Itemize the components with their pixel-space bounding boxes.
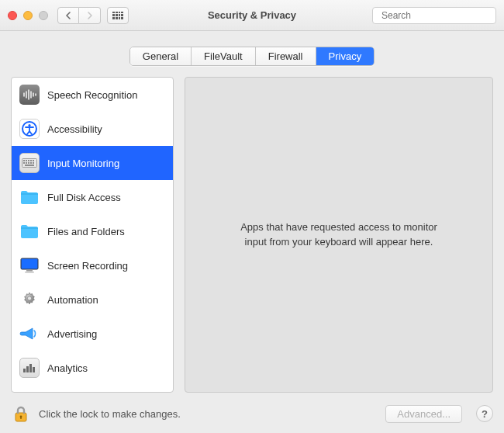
folder-icon [19, 187, 40, 207]
sidebar-item-label: Files and Folders [47, 226, 125, 237]
sidebar-item-label: Input Monitoring [47, 158, 119, 169]
svg-point-9 [28, 124, 30, 126]
sidebar-item-accessibility[interactable]: Accessibility [12, 112, 173, 146]
sidebar-item-files-and-folders[interactable]: Files and Folders [12, 214, 173, 248]
svg-rect-24 [25, 272, 34, 273]
footer: Click the lock to make changes. Advanced… [11, 404, 493, 424]
lock-icon[interactable] [11, 404, 31, 424]
sidebar-item-analytics[interactable]: Analytics [12, 351, 173, 385]
sidebar-item-automation[interactable]: Automation [12, 282, 173, 317]
sidebar-item-label: Screen Recording [47, 260, 128, 272]
folder-icon [19, 221, 40, 241]
titlebar: Security & Privacy [0, 0, 504, 31]
advanced-button[interactable]: Advanced... [385, 405, 462, 423]
svg-rect-21 [25, 165, 34, 166]
svg-rect-18 [28, 162, 29, 164]
svg-rect-32 [20, 417, 21, 419]
svg-rect-19 [30, 162, 32, 164]
tab-firewall[interactable]: Firewall [256, 47, 316, 65]
svg-rect-14 [30, 160, 32, 161]
chart-icon [19, 358, 40, 378]
back-button[interactable] [57, 7, 79, 24]
display-icon [19, 255, 40, 275]
tab-filevault[interactable]: FileVault [192, 47, 256, 65]
svg-rect-12 [26, 160, 27, 161]
sidebar-item-label: Advertising [47, 328, 97, 340]
forward-button[interactable] [79, 7, 101, 24]
svg-rect-26 [23, 369, 26, 372]
help-button[interactable]: ? [476, 405, 493, 422]
svg-rect-28 [29, 364, 32, 372]
sidebar-item-label: Full Disk Access [47, 192, 121, 203]
sidebar-item-screen-recording[interactable]: Screen Recording [12, 248, 173, 282]
svg-rect-11 [23, 160, 25, 161]
tab-general[interactable]: General [130, 47, 192, 65]
sidebar-item-label: Automation [47, 294, 98, 306]
sidebar-item-label: Accessibility [47, 123, 102, 135]
waveform-icon [19, 85, 40, 105]
svg-rect-22 [21, 258, 38, 269]
gear-icon [19, 289, 40, 310]
sidebar-item-advertising[interactable]: Advertising [12, 317, 173, 351]
svg-rect-29 [33, 367, 35, 372]
chevron-right-icon [87, 12, 93, 19]
sidebar-item-input-monitoring[interactable]: Input Monitoring [12, 146, 173, 180]
lock-hint-label: Click the lock to make changes. [39, 408, 181, 420]
svg-rect-17 [26, 162, 27, 164]
search-field[interactable] [372, 7, 496, 24]
search-input[interactable] [381, 10, 498, 21]
sidebar-item-speech-recognition[interactable]: Speech Recognition [12, 78, 173, 112]
privacy-panes: Speech Recognition Accessibility Input M… [11, 77, 493, 393]
svg-rect-13 [28, 160, 29, 161]
chevron-left-icon [65, 12, 71, 19]
tab-privacy[interactable]: Privacy [316, 47, 375, 65]
accessibility-icon [19, 119, 40, 139]
svg-rect-27 [26, 366, 29, 372]
sidebar-item-full-disk-access[interactable]: Full Disk Access [12, 180, 173, 214]
tab-bar: General FileVault Firewall Privacy [11, 47, 493, 66]
privacy-category-list[interactable]: Speech Recognition Accessibility Input M… [11, 77, 174, 393]
nav-buttons [57, 7, 101, 24]
privacy-detail-pane: Apps that have requested access to monit… [185, 77, 493, 393]
grid-icon [112, 12, 123, 19]
window-body: General FileVault Firewall Privacy Speec… [0, 31, 504, 433]
sidebar-item-label: Speech Recognition [47, 89, 137, 101]
svg-rect-23 [26, 270, 33, 272]
zoom-window-button[interactable] [39, 11, 48, 20]
megaphone-icon [19, 324, 40, 344]
question-mark-icon: ? [482, 408, 488, 420]
svg-point-25 [27, 296, 31, 300]
traffic-lights [8, 11, 48, 20]
svg-rect-20 [33, 162, 34, 164]
svg-rect-15 [33, 160, 34, 161]
keyboard-icon [19, 153, 40, 173]
sidebar-item-label: Analytics [47, 362, 88, 374]
svg-rect-16 [23, 162, 25, 164]
empty-state-message: Apps that have requested access to monit… [238, 220, 440, 248]
minimize-window-button[interactable] [23, 11, 33, 20]
close-window-button[interactable] [8, 11, 17, 20]
show-all-prefs-button[interactable] [107, 7, 129, 24]
